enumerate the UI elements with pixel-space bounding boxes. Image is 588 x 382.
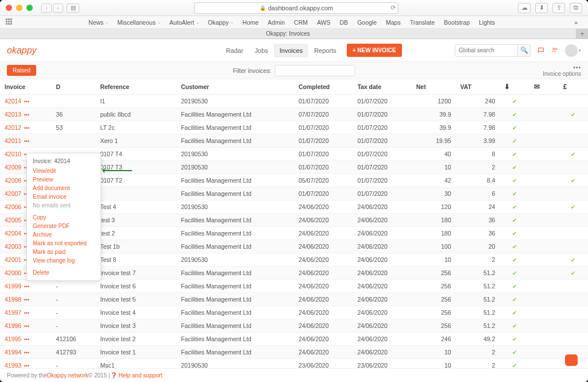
bookmark-lights[interactable]: Lights [474,19,500,26]
apps-grid-icon[interactable] [6,18,14,26]
customer-link[interactable]: Facilities Management Ltd [176,187,294,200]
search-button[interactable]: 🔍 [518,44,531,57]
cloud-icon[interactable]: ☁ [518,3,531,13]
invoice-id[interactable]: 412793 [52,346,96,359]
invoice-row[interactable]: 41996 ••• - Invoice test 3 Facilities Ma… [0,319,588,333]
col-id[interactable]: D [52,79,96,95]
invoice-row[interactable]: 42011 ••• Xero 1 Facilities Management L… [0,134,588,148]
bookmarks-overflow[interactable]: » [570,19,582,26]
invoice-row[interactable]: 41993 ••• - Msc1 20190530 23/06/2020 23/… [0,359,588,369]
bookmark-autoalert[interactable]: AutoAlert⌵ [165,19,203,26]
refresh-icon[interactable]: ⟳ [390,4,396,11]
nav-radar[interactable]: Radar [220,44,249,57]
customer-link[interactable]: Facilities Management Ltd [176,227,294,240]
customer-link[interactable]: 20190530 [176,200,294,214]
address-bar[interactable]: 🔒 dashboard.okappy.com ⟳ [194,2,399,14]
tabs-icon[interactable]: ⧉ [570,3,582,13]
bookmark-home[interactable]: Home [238,19,263,26]
invoice-number-link[interactable]: 42000 ••• [5,269,29,276]
invoice-number-link[interactable]: 42003 ••• [5,243,29,250]
col-net[interactable]: Net [412,79,456,95]
email-icon[interactable]: ✉ [529,79,559,95]
col-vat[interactable]: VAT [456,79,500,95]
customer-link[interactable]: 20190530 [176,148,294,161]
user-avatar[interactable] [565,44,578,57]
bookmark-aws[interactable]: AWS [312,19,335,26]
context-item-generate-pdf[interactable]: Generate PDF [27,222,100,230]
context-item-preview[interactable]: Preview [27,175,100,184]
invoice-row[interactable]: 41997 ••• - Invoice test 4 Facilities Ma… [0,306,588,319]
customer-link[interactable]: Facilities Management Ltd [176,108,294,121]
new-tab-button[interactable]: + [577,29,588,38]
col-completed[interactable]: Completed [294,79,353,95]
chat-widget[interactable] [565,354,578,366]
col-reference[interactable]: Reference [95,79,176,95]
invoice-number-link[interactable]: 42001 ••• [5,256,29,263]
download-icon[interactable]: ⬇ [500,79,529,95]
sidebar-toggle-icon[interactable]: ▤ [67,3,79,13]
customer-link[interactable]: Facilities Management Ltd [176,240,294,253]
bookmark-news[interactable]: News⌵ [84,19,113,26]
bookmark-maps[interactable]: Maps [381,19,405,26]
invoice-number-link[interactable]: 42006 ••• [5,203,29,210]
help-support-link[interactable]: Help and support [119,372,163,379]
invoice-number-link[interactable]: 42005 ••• [5,217,29,223]
context-item-add-document[interactable]: Add document [27,184,100,192]
new-invoice-button[interactable]: + NEW INVOICE [347,44,402,57]
invoice-row[interactable]: 42013 ••• 36 public 8bcd Facilities Mana… [0,108,588,121]
invoice-row[interactable]: 41994 ••• 412793 Invoice test 1 Faciliti… [0,346,588,359]
invoice-number-link[interactable]: 42011 ••• [5,137,29,144]
customer-link[interactable]: Facilities Management Ltd [176,174,294,187]
context-item-mark-as-paid[interactable]: Mark as paid [27,248,100,256]
customer-link[interactable]: 20190530 [176,161,294,174]
back-button[interactable]: ‹ [41,3,52,13]
invoice-number-link[interactable]: 41993 ••• [5,362,29,368]
customer-link[interactable]: Facilities Management Ltd [176,121,294,134]
customer-link[interactable]: Facilities Management Ltd [176,293,294,306]
customer-link[interactable]: Facilities Management Ltd [176,333,294,346]
browser-tab[interactable]: Okappy: Invoices [0,29,577,38]
invoice-number-link[interactable]: 42007 ••• [5,190,29,197]
invoice-options-menu[interactable]: ••• Invoice options [543,64,581,77]
col-invoice[interactable]: Invoice [0,79,52,95]
nav-invoices[interactable]: Invoices [274,44,308,57]
bookmark-db[interactable]: DB [335,19,353,26]
nav-jobs[interactable]: Jobs [249,44,274,57]
invoice-number-link[interactable]: 42009 ••• [5,164,29,171]
invoice-number-link[interactable]: 41995 ••• [5,335,29,342]
customer-link[interactable]: Facilities Management Ltd [176,280,294,293]
close-window-button[interactable] [6,5,12,11]
invoice-row[interactable]: 41999 ••• - Invoice test 6 Facilities Ma… [0,280,588,293]
chat-bubble-icon[interactable] [537,46,544,55]
invoice-row[interactable]: 42012 ••• 53 LT 2c Facilities Management… [0,121,588,134]
context-item-delete[interactable]: Delete [27,268,100,277]
avatar-dropdown-icon[interactable]: ▾ [579,48,581,53]
context-item-copy[interactable]: Copy [27,213,100,222]
invoice-number-link[interactable]: 41999 ••• [5,283,29,290]
invoice-number-link[interactable]: 42010 ••• [5,151,29,157]
bookmark-bootstrap[interactable]: Bootstrap [439,19,474,26]
invoice-number-link[interactable]: 42014 ••• [5,98,29,105]
invoice-number-link[interactable]: 42004 ••• [5,230,29,237]
customer-link[interactable]: 20190530 [176,359,294,369]
bookmark-crm[interactable]: CRM [289,19,312,26]
customer-link[interactable]: 20190530 [176,95,294,108]
context-item-archive[interactable]: Archive [27,230,100,239]
filter-invoices-input[interactable] [275,65,355,76]
context-item-view-change-log[interactable]: View change log [27,256,100,265]
okappy-logo[interactable]: okappy [7,45,37,56]
invoice-row[interactable]: 42014 ••• I1 20190530 01/07/2020 01/07/2… [0,95,588,108]
customer-link[interactable]: Facilities Management Ltd [176,214,294,227]
invoice-number-link[interactable]: 41994 ••• [5,349,29,356]
invoice-id[interactable]: 53 [52,121,96,134]
customer-link[interactable]: Facilities Management Ltd [176,319,294,333]
customer-link[interactable]: Facilities Management Ltd [176,267,294,280]
invoice-number-link[interactable]: 41998 ••• [5,296,29,303]
bookmark-miscellaneous[interactable]: Miscellaneous⌵ [113,19,165,26]
customer-link[interactable]: Facilities Management Ltd [176,346,294,359]
col-tax-date[interactable]: Tax date [353,79,411,95]
download-icon[interactable]: ⬇ [535,3,548,13]
bookmark-translate[interactable]: Translate [405,19,439,26]
maximize-window-button[interactable] [26,5,33,11]
bookmark-okappy[interactable]: Okappy⌵ [203,19,238,26]
